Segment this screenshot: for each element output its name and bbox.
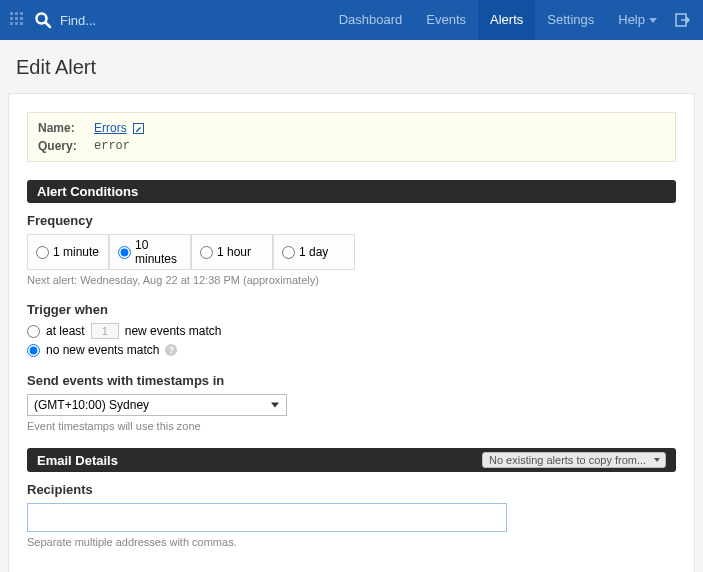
nav-dashboard[interactable]: Dashboard <box>327 0 415 40</box>
trigger-nonew-label: no new events match <box>46 343 159 357</box>
frequency-block: Frequency 1 minute 10 minutes 1 hour 1 d… <box>27 213 676 286</box>
section-email-details: Email Details No existing alerts to copy… <box>27 448 676 472</box>
trigger-count-input[interactable] <box>91 323 119 339</box>
recipients-label: Recipients <box>27 482 676 497</box>
content-panel: Name: Errors Query: error Alert Conditio… <box>8 93 695 572</box>
alert-name-link[interactable]: Errors <box>94 119 127 137</box>
trigger-atleast-prefix: at least <box>46 324 85 338</box>
edit-icon[interactable] <box>133 119 144 137</box>
trigger-atleast-suffix: new events match <box>125 324 222 338</box>
search-input[interactable] <box>60 13 260 28</box>
freq-option-10min[interactable]: 10 minutes <box>109 234 191 270</box>
recipients-block: Recipients Separate multiple addresses w… <box>27 482 676 548</box>
timezone-hint: Event timestamps will use this zone <box>27 420 676 432</box>
svg-line-1 <box>46 23 51 28</box>
query-label: Query: <box>38 137 88 155</box>
nav-events[interactable]: Events <box>414 0 478 40</box>
apps-grid-icon[interactable] <box>10 12 26 28</box>
trigger-label: Trigger when <box>27 302 676 317</box>
copy-from-select[interactable]: No existing alerts to copy from... <box>482 452 666 468</box>
name-label: Name: <box>38 119 88 137</box>
nav-alerts[interactable]: Alerts <box>478 0 535 40</box>
recipients-input[interactable] <box>27 503 507 532</box>
frequency-label: Frequency <box>27 213 676 228</box>
timezone-select[interactable]: (GMT+10:00) Sydney <box>27 394 287 416</box>
next-alert-hint: Next alert: Wednesday, Aug 22 at 12:38 P… <box>27 274 676 286</box>
trigger-atleast-radio[interactable] <box>27 325 40 338</box>
alert-meta-box: Name: Errors Query: error <box>27 112 676 162</box>
freq-option-1day[interactable]: 1 day <box>273 234 355 270</box>
timezone-label: Send events with timestamps in <box>27 373 676 388</box>
section-alert-conditions: Alert Conditions <box>27 180 676 203</box>
trigger-nonew-radio[interactable] <box>27 344 40 357</box>
recipients-hint: Separate multiple addresses with commas. <box>27 536 676 548</box>
query-value: error <box>94 137 130 155</box>
help-icon[interactable]: ? <box>165 344 177 356</box>
timezone-block: Send events with timestamps in (GMT+10:0… <box>27 373 676 432</box>
search-icon[interactable] <box>34 11 52 29</box>
page-title: Edit Alert <box>0 40 703 93</box>
nav-settings[interactable]: Settings <box>535 0 606 40</box>
exit-icon[interactable] <box>669 12 703 28</box>
trigger-block: Trigger when at least new events match n… <box>27 302 676 357</box>
freq-option-1hour[interactable]: 1 hour <box>191 234 273 270</box>
freq-option-1min[interactable]: 1 minute <box>27 234 109 270</box>
nav-help[interactable]: Help <box>606 0 669 40</box>
chevron-down-icon <box>649 18 657 23</box>
top-nav: Dashboard Events Alerts Settings Help <box>0 0 703 40</box>
